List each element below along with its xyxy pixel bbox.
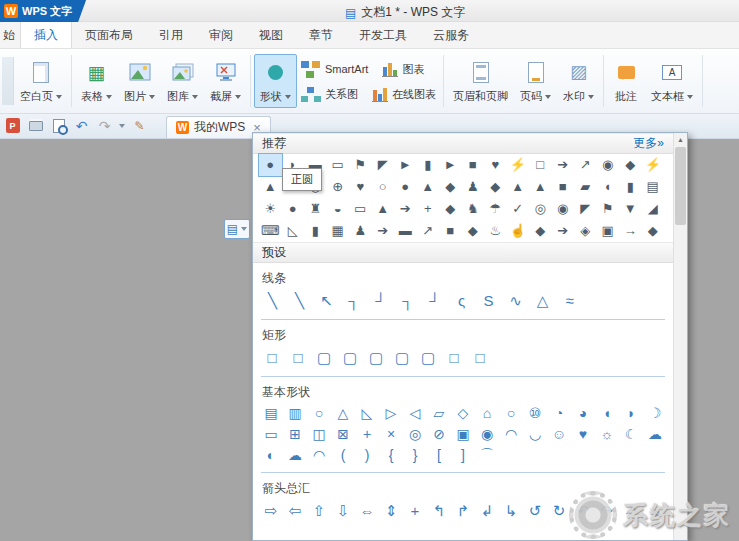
shape-icon[interactable]: ≈ — [556, 289, 583, 313]
shape-icon[interactable]: ⊘ — [427, 424, 451, 445]
shape-icon[interactable]: ♞ — [462, 198, 485, 220]
undo-button[interactable]: ↶ — [73, 117, 90, 134]
shape-icon[interactable]: ( — [331, 445, 355, 466]
undo-dropdown-caret[interactable] — [119, 124, 125, 128]
redo-button[interactable]: ↷ — [96, 117, 113, 134]
page-number-button[interactable]: 页码 — [514, 54, 557, 108]
insert-blank-page-button[interactable]: 空白页 — [14, 54, 68, 108]
shape-icon[interactable]: ↺ — [523, 499, 547, 523]
insert-smartart-button[interactable]: SmartArt — [297, 60, 372, 79]
comment-button[interactable]: 批注 — [607, 54, 645, 108]
shape-icon[interactable]: ∿ — [502, 289, 529, 313]
tab-view[interactable]: 视图 — [246, 22, 296, 48]
tab-review[interactable]: 审阅 — [196, 22, 246, 48]
shape-icon[interactable]: ◆ — [439, 176, 462, 198]
shape-icon[interactable]: ⇦ — [283, 499, 307, 523]
shape-icon[interactable]: ◔ — [547, 403, 571, 424]
shape-icon[interactable]: ⚡ — [507, 154, 530, 176]
shape-icon[interactable]: ♨ — [484, 220, 507, 242]
shape-icon[interactable]: ▥ — [283, 403, 307, 424]
shape-icon[interactable]: ✓ — [507, 198, 530, 220]
panel-scrollbar[interactable]: ▲ — [673, 133, 687, 540]
shape-icon[interactable]: □ — [529, 154, 552, 176]
shape-icon[interactable]: ⊕ — [327, 176, 350, 198]
tab-reference[interactable]: 引用 — [146, 22, 196, 48]
shape-icon[interactable]: △ — [529, 289, 556, 313]
shape-icon[interactable]: ♥ — [571, 424, 595, 445]
shape-icon[interactable]: ■ — [462, 154, 485, 176]
tab-dev-tools[interactable]: 开发工具 — [346, 22, 420, 48]
insert-online-chart-button[interactable]: 在线图表 — [368, 86, 440, 103]
shape-icon[interactable]: ► — [394, 154, 417, 176]
insert-chart-button[interactable]: 图表 — [378, 60, 428, 79]
shape-icon[interactable]: ☝ — [507, 220, 530, 242]
shape-icon[interactable]: ] — [451, 445, 475, 466]
shape-icon[interactable]: ▭ — [327, 154, 350, 176]
shape-icon[interactable]: ○ — [307, 403, 331, 424]
shape-icon[interactable]: ◆ — [439, 198, 462, 220]
shape-icon[interactable]: ▼ — [619, 198, 642, 220]
shape-icon[interactable]: ς — [448, 289, 475, 313]
shape-icon[interactable]: } — [403, 445, 427, 466]
shape-icon[interactable]: + — [417, 198, 440, 220]
shape-icon[interactable]: ) — [355, 445, 379, 466]
shape-icon[interactable]: ◐ — [259, 445, 283, 466]
shape-icon[interactable]: ◆ — [642, 220, 665, 242]
tab-page-layout[interactable]: 页面布局 — [72, 22, 146, 48]
shape-icon[interactable]: ☺ — [547, 424, 571, 445]
shape-icon[interactable]: ⚑ — [597, 198, 620, 220]
shape-icon[interactable]: ╲ — [286, 289, 313, 313]
shape-icon[interactable]: ⌒ — [475, 445, 499, 466]
shape-icon[interactable]: ▮ — [619, 176, 642, 198]
shape-icon[interactable]: ↲ — [475, 499, 499, 523]
shape-icon[interactable]: ↳ — [499, 499, 523, 523]
shape-icon[interactable]: ▢ — [311, 346, 337, 370]
shape-icon[interactable]: ↰ — [427, 499, 451, 523]
insert-shapes-button[interactable]: 形状 — [254, 54, 297, 108]
insert-relation-diagram-button[interactable]: 关系图 — [297, 86, 362, 103]
shape-icon[interactable]: ♟ — [462, 176, 485, 198]
shape-icon[interactable]: ➔ — [552, 154, 575, 176]
shape-icon[interactable]: ◤ — [574, 198, 597, 220]
shape-icon[interactable]: ◇ — [451, 403, 475, 424]
shape-icon[interactable]: ☁ — [283, 445, 307, 466]
shape-icon[interactable]: { — [379, 445, 403, 466]
header-footer-button[interactable]: 页眉和页脚 — [447, 54, 514, 108]
shape-icon[interactable]: ↱ — [451, 499, 475, 523]
tab-cloud-service[interactable]: 云服务 — [420, 22, 482, 48]
tab-section[interactable]: 章节 — [296, 22, 346, 48]
shape-icon[interactable]: ▰ — [574, 176, 597, 198]
shape-icon[interactable]: ♥ — [349, 176, 372, 198]
shape-icon[interactable]: ⚑ — [349, 154, 372, 176]
shape-icon[interactable]: ▲ — [417, 176, 440, 198]
shape-icon[interactable]: ▢ — [363, 346, 389, 370]
shape-icon[interactable]: ◖ — [595, 403, 619, 424]
shape-icon[interactable]: ┐ — [340, 289, 367, 313]
insert-screenshot-button[interactable]: 截屏 — [204, 54, 247, 108]
shape-icon[interactable]: ◤ — [372, 154, 395, 176]
shape-icon[interactable]: [ — [427, 445, 451, 466]
shape-icon[interactable]: ⇔ — [355, 499, 379, 523]
shape-icon[interactable]: ▣ — [597, 220, 620, 242]
format-painter-button[interactable]: ✎ — [131, 117, 148, 134]
shape-icon[interactable]: ↗ — [417, 220, 440, 242]
shape-icon[interactable]: ◆ — [462, 220, 485, 242]
shape-icon[interactable]: ⇕ — [379, 499, 403, 523]
shape-icon[interactable]: ☂ — [484, 198, 507, 220]
shape-icon[interactable]: ┘ — [421, 289, 448, 313]
tab-home[interactable]: 始 — [0, 22, 20, 48]
wps-logo[interactable]: W WPS 文字 — [0, 0, 86, 22]
shape-icon[interactable]: ► — [439, 154, 462, 176]
shape-icon[interactable]: ○ — [372, 176, 395, 198]
shape-icon[interactable]: ▬ — [394, 220, 417, 242]
shape-icon[interactable]: ▮ — [417, 154, 440, 176]
shape-icon[interactable]: ♟ — [349, 220, 372, 242]
shape-icon[interactable]: ↗ — [574, 154, 597, 176]
shape-icon[interactable]: ▢ — [389, 346, 415, 370]
shape-icon[interactable]: □ — [285, 346, 311, 370]
shape-icon[interactable]: ▦ — [327, 220, 350, 242]
more-shapes-link[interactable]: 更多» — [633, 135, 664, 152]
shape-icon[interactable]: ◺ — [282, 220, 305, 242]
shape-icon[interactable]: ▱ — [427, 403, 451, 424]
shape-icon[interactable]: ● — [394, 176, 417, 198]
